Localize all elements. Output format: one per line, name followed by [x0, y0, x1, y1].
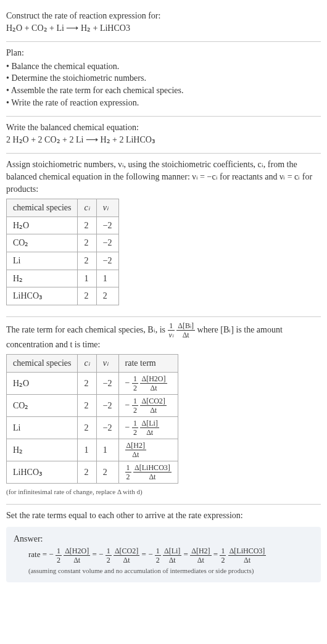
col-c: cᵢ: [78, 199, 96, 217]
cell-c: 2: [78, 394, 96, 416]
delta-frac: Δ[Li]Δt: [140, 419, 159, 436]
coef-frac: 12: [56, 547, 62, 564]
stoich-intro: Assign stoichiometric numbers, νᵢ, using…: [6, 159, 321, 195]
cell-v: 2: [96, 287, 118, 305]
cell-species: LiHCO₃: [7, 287, 78, 305]
cell-rate: − 12 Δ[Li]Δt: [118, 416, 178, 439]
cell-species: H₂O: [7, 372, 78, 394]
sign: −: [148, 550, 155, 559]
rate-lead: rate =: [28, 550, 49, 559]
delta-frac: Δ[LiHCO3]Δt: [228, 547, 267, 564]
plan-item: Assemble the rate term for each chemical…: [6, 85, 321, 97]
coef-frac: 12: [125, 464, 131, 481]
frac-num: Δ[H2]: [125, 442, 146, 450]
col-c: cᵢ: [78, 355, 96, 373]
cell-rate: 12 Δ[LiHCO3]Δt: [118, 461, 178, 483]
cell-species: CO₂: [7, 234, 78, 252]
plan-list: Balance the chemical equation. Determine…: [6, 60, 321, 109]
cell-species: Li: [7, 252, 78, 270]
table-row: CO₂2−2: [7, 234, 119, 252]
sign: −: [99, 550, 106, 559]
equals: =: [92, 550, 99, 559]
sign: −: [49, 550, 56, 559]
frac-den: 2: [56, 556, 62, 564]
frac-den: 2: [155, 556, 161, 564]
cell-v: −2: [96, 217, 118, 234]
frac-num: Δ[CO2]: [114, 547, 139, 556]
cell-species: H₂O: [7, 217, 78, 234]
frac-num: 1: [56, 547, 62, 556]
frac-den: Δt: [140, 428, 159, 436]
delta-frac: Δ[H2O]Δt: [64, 547, 90, 564]
frac-num: Δ[Li]: [140, 419, 159, 428]
table-header-row: chemical species cᵢ νᵢ rate term: [7, 355, 178, 373]
frac-den: 2: [132, 406, 138, 414]
frac-1-over-nu: 1 νᵢ: [168, 322, 175, 339]
frac-num: Δ[Li]: [163, 547, 181, 556]
balanced-section: Write the balanced chemical equation: 2 …: [6, 117, 321, 154]
frac-num: Δ[LiHCO3]: [133, 464, 172, 473]
cell-species: LiHCO₃: [7, 461, 78, 483]
delta-frac: Δ[CO2]Δt: [114, 547, 139, 564]
frac-num: Δ[CO2]: [140, 397, 166, 406]
table-row: H₂O 2 −2 − 12 Δ[H2O]Δt: [7, 372, 178, 394]
frac-den: Δt: [176, 331, 195, 339]
cell-v: −2: [96, 416, 118, 439]
table-row: CO₂ 2 −2 − 12 Δ[CO2]Δt: [7, 394, 178, 416]
frac-den: 2: [220, 556, 226, 564]
table-row: LiHCO₃22: [7, 287, 119, 305]
table-row: H₂11: [7, 270, 119, 287]
table-row: Li 2 −2 − 12 Δ[Li]Δt: [7, 416, 178, 439]
frac-den: Δt: [228, 556, 267, 564]
coef-frac: 12: [106, 547, 112, 564]
cell-v: −2: [96, 234, 118, 252]
final-intro: Set the rate terms equal to each other t…: [6, 510, 321, 522]
cell-species: Li: [7, 416, 78, 439]
frac-den: Δt: [163, 556, 181, 564]
delta-frac: Δ[H2O]Δt: [140, 375, 167, 392]
plan-title: Plan:: [6, 47, 321, 59]
frac-den: 2: [125, 473, 131, 481]
frac-num: Δ[LiHCO3]: [228, 547, 267, 556]
rate-term-section: The rate term for each chemical species,…: [6, 317, 321, 505]
frac-num: 1: [155, 547, 161, 556]
frac-num: 1: [220, 547, 226, 556]
balanced-title: Write the balanced chemical equation:: [6, 122, 321, 134]
rate-term-intro: The rate term for each chemical species,…: [6, 322, 321, 351]
cell-v: 1: [96, 270, 118, 287]
frac-num: Δ[H2O]: [64, 547, 90, 556]
frac-den: 2: [132, 384, 138, 392]
header-section: Construct the rate of reaction expressio…: [6, 5, 321, 42]
frac-den: 2: [106, 556, 112, 564]
frac-num: Δ[Bᵢ]: [176, 322, 195, 331]
sign: −: [125, 378, 132, 387]
delta-frac: Δ[LiHCO3]Δt: [133, 464, 172, 481]
rate-term-note: (for infinitesimal rate of change, repla…: [6, 487, 321, 497]
delta-frac: Δ[CO2]Δt: [140, 397, 166, 414]
col-v: νᵢ: [96, 199, 118, 217]
cell-species: H₂: [7, 439, 78, 461]
answer-note: (assuming constant volume and no accumul…: [14, 566, 313, 576]
coef-frac: 12: [132, 375, 138, 392]
cell-c: 2: [78, 217, 96, 234]
cell-c: 2: [78, 416, 96, 439]
table-row: LiHCO₃ 2 2 12 Δ[LiHCO3]Δt: [7, 461, 178, 483]
stoich-table: chemical species cᵢ νᵢ H₂O2−2 CO₂2−2 Li2…: [6, 199, 119, 305]
cell-c: 2: [78, 287, 96, 305]
frac-den: Δt: [140, 384, 167, 392]
frac-den: Δt: [114, 556, 139, 564]
answer-box: Answer: rate = − 12 Δ[H2O]Δt = − 12 Δ[CO…: [6, 527, 321, 582]
plan-item: Determine the stoichiometric numbers.: [6, 72, 321, 85]
frac-den: 2: [132, 428, 138, 436]
plan-item: Balance the chemical equation.: [6, 60, 321, 73]
cell-rate: Δ[H2]Δt: [118, 439, 178, 461]
cell-rate: − 12 Δ[CO2]Δt: [118, 394, 178, 416]
intro-pre: The rate term for each chemical species,…: [6, 324, 168, 334]
col-v: νᵢ: [96, 355, 118, 373]
unbalanced-equation: H₂O + CO₂ + Li ⟶ H₂ + LiHCO3: [6, 22, 321, 35]
cell-c: 2: [78, 372, 96, 394]
frac-dBi-dt: Δ[Bᵢ] Δt: [176, 322, 195, 339]
cell-species: H₂: [7, 270, 78, 287]
balanced-equation: 2 H₂O + 2 CO₂ + 2 Li ⟶ H₂ + 2 LiHCO₃: [6, 134, 321, 146]
frac-num: 1: [132, 375, 138, 384]
